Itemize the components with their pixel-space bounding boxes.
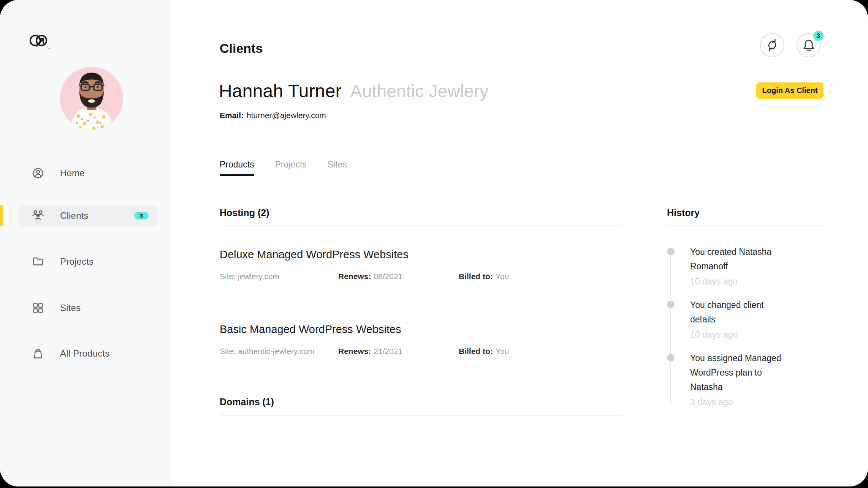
user-circle-icon [32,167,44,179]
logo-trademark: ™ [47,47,51,51]
refresh-button[interactable] [760,33,784,57]
sidebar-item-sites[interactable]: Sites [19,297,158,319]
product-site: Site: jewlery.com [220,272,338,281]
hosting-section-title: Hosting (2) [220,207,623,218]
godaddy-logo[interactable] [29,33,48,52]
sidebar-item-clients[interactable]: Clients 3 [19,205,158,226]
product-billed-to: Billed to:You [459,272,623,281]
divider [220,415,623,415]
sidebar-item-label: Projects [60,256,93,267]
folder-icon [32,256,44,268]
sidebar-item-all-products[interactable]: All Products [19,343,158,364]
products-panel: Hosting (2) Deluxe Managed WordPress Web… [220,207,623,415]
product-site: Site: authentic-jewlery.com [220,347,338,356]
product-name: Basic Managed WordPress Websites [220,322,623,336]
client-tabs: Products Projects Sites [220,160,347,176]
history-panel: History You created Natasha Romanoff 10 … [667,207,824,408]
history-event: You changed client details 10 days ago [667,298,824,340]
sidebar-item-projects[interactable]: Projects [19,251,158,272]
user-avatar[interactable] [60,67,123,130]
sidebar-item-label: All Products [60,348,109,359]
history-event-time: 10 days ago [690,276,824,287]
divider [220,301,623,301]
client-header: Hannah Turner Authentic Jewlery [219,81,489,101]
client-name: Hannah Turner [219,81,342,101]
notification-count-badge: 3 [813,31,824,41]
email-value: hturner@ajewlery.com [247,111,326,120]
sidebar-item-label: Clients [60,210,89,221]
clients-count-badge: 3 [134,212,149,220]
sidebar: ™ [0,0,171,486]
history-title: History [667,207,824,218]
sidebar-item-home[interactable]: Home [19,162,158,184]
tab-sites[interactable]: Sites [328,160,347,176]
divider [667,226,824,226]
history-event-text: You changed client details [690,298,790,327]
timeline-dot [667,354,675,362]
history-event-text: You assigned Managed WordPress plan to N… [690,351,790,394]
history-event: You created Natasha Romanoff 10 days ago [667,245,824,287]
sidebar-item-label: Home [60,168,85,178]
product-meta: Site: authentic-jewlery.com Renews:21/20… [220,347,623,356]
domains-section-title: Domains (1) [220,396,623,407]
product-item: Basic Managed WordPress Websites Site: a… [220,322,623,356]
app-window: ™ [0,0,868,486]
timeline-dot [667,301,675,308]
clients-group-icon [32,210,44,222]
page-title: Clients [220,41,263,56]
godaddy-go-icon [29,33,48,52]
product-renews: Renews:08/2021 [338,272,459,281]
sidebar-item-label: Sites [60,303,81,313]
avatar-photo [60,67,123,130]
notifications-button[interactable]: 3 [797,33,821,57]
client-email: Email:hturner@ajewlery.com [220,111,326,120]
client-company: Authentic Jewlery [350,81,489,101]
product-meta: Site: jewlery.com Renews:08/2021 Billed … [220,272,623,281]
email-label: Email: [220,111,244,120]
history-event-time: 3 days ago [690,396,824,408]
notifications-bell-icon [801,37,817,53]
sites-grid-icon [32,302,44,314]
history-timeline: You created Natasha Romanoff 10 days ago… [667,245,824,408]
divider [220,226,623,226]
tab-products[interactable]: Products [220,160,254,176]
product-renews: Renews:21/2021 [338,347,459,356]
history-event-text: You created Natasha Romanoff [690,245,790,273]
refresh-icon [764,37,780,53]
timeline-dot [667,248,675,255]
product-billed-to: Billed to:You [459,347,623,356]
shopping-bag-icon [32,347,44,360]
product-name: Deluxe Managed WordPress Websites [220,248,623,261]
active-nav-indicator [0,205,3,226]
login-as-client-button[interactable]: Login As Client [756,82,824,99]
history-event: You assigned Managed WordPress plan to N… [667,351,824,408]
tab-projects[interactable]: Projects [275,160,307,176]
product-item: Deluxe Managed WordPress Websites Site: … [220,248,623,281]
history-event-time: 10 days ago [690,329,824,340]
